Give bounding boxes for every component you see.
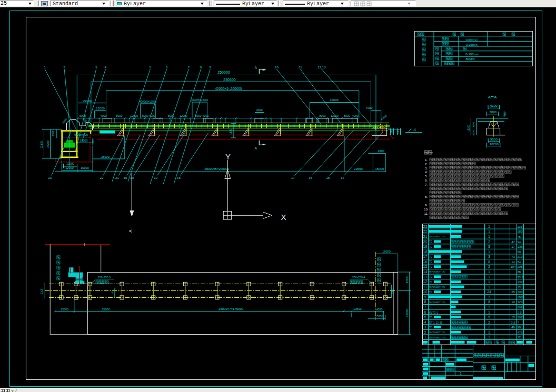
svg-text:TD: TD bbox=[429, 326, 433, 329]
svg-text:23: 23 bbox=[423, 224, 428, 229]
svg-text:25000: 25000 bbox=[101, 155, 110, 158]
svg-text:25000: 25000 bbox=[102, 308, 110, 311]
svg-text:9500: 9500 bbox=[490, 137, 498, 141]
svg-text:8: 8 bbox=[200, 65, 202, 69]
svg-text:7: 7 bbox=[424, 305, 426, 309]
svg-text:11: 11 bbox=[299, 65, 302, 69]
svg-text:1100: 1100 bbox=[41, 288, 43, 294]
svg-text:476: 476 bbox=[518, 331, 523, 334]
svg-text:X: X bbox=[281, 213, 286, 222]
svg-text:15000: 15000 bbox=[80, 139, 88, 142]
svg-text:10200: 10200 bbox=[66, 162, 74, 165]
svg-text:TD: TD bbox=[429, 260, 433, 263]
svg-text:208: 208 bbox=[518, 265, 523, 268]
svg-text:15000: 15000 bbox=[405, 276, 409, 284]
svg-text:22200: 22200 bbox=[47, 140, 49, 148]
svg-text:18: 18 bbox=[177, 176, 181, 179]
svg-text:669: 669 bbox=[518, 306, 523, 309]
svg-text:15: 15 bbox=[423, 264, 428, 269]
svg-text:9: 9 bbox=[424, 295, 426, 299]
svg-text:17: 17 bbox=[511, 245, 515, 248]
svg-text:A: A bbox=[255, 146, 257, 150]
svg-text:1800: 1800 bbox=[230, 129, 232, 135]
svg-text:1100: 1100 bbox=[111, 290, 114, 296]
svg-text:7: 7 bbox=[188, 65, 190, 69]
svg-text:1: 1 bbox=[488, 250, 490, 254]
svg-text:2: 2 bbox=[63, 65, 65, 69]
svg-text:3: 3 bbox=[95, 65, 97, 69]
svg-text:6: 6 bbox=[166, 65, 168, 69]
svg-text:15: 15 bbox=[326, 176, 330, 179]
svg-text:1: 1 bbox=[488, 335, 490, 339]
svg-text:8: 8 bbox=[488, 300, 490, 304]
svg-text:22: 22 bbox=[423, 229, 428, 234]
svg-text:98: 98 bbox=[518, 326, 521, 329]
svg-text:2.: 2. bbox=[425, 162, 428, 166]
svg-text:18000: 18000 bbox=[382, 250, 391, 253]
svg-text:33.2: 33.2 bbox=[518, 276, 524, 279]
svg-text:40000×5=200000: 40000×5=200000 bbox=[215, 87, 242, 91]
svg-text:104: 104 bbox=[510, 265, 516, 268]
svg-text:1: 1 bbox=[488, 280, 490, 284]
svg-text:20: 20 bbox=[423, 239, 428, 244]
svg-text:4000: 4000 bbox=[149, 114, 155, 117]
svg-text:TD: TD bbox=[429, 281, 433, 284]
svg-text:6: 6 bbox=[488, 260, 490, 264]
svg-text:4500±4500: 4500±4500 bbox=[74, 133, 88, 136]
svg-text:8: 8 bbox=[424, 299, 426, 304]
svg-text:15: 15 bbox=[124, 176, 127, 179]
svg-text:8000: 8000 bbox=[116, 114, 123, 117]
svg-text:136: 136 bbox=[518, 245, 523, 248]
svg-text:230500: 230500 bbox=[223, 78, 235, 82]
svg-text:12000: 12000 bbox=[65, 166, 74, 169]
svg-text:TD75T4B0TT1T0: TD75T4B0TT1T0 bbox=[429, 331, 446, 334]
svg-text:4: 4 bbox=[424, 320, 426, 325]
svg-text:180: 180 bbox=[518, 230, 523, 233]
svg-text:10500: 10500 bbox=[353, 307, 362, 310]
svg-text:16: 16 bbox=[423, 259, 428, 264]
svg-text:115: 115 bbox=[518, 225, 523, 228]
svg-text:1: 1 bbox=[488, 330, 490, 334]
svg-text:18: 18 bbox=[423, 249, 428, 254]
svg-text:KLT2-1: KLT2-1 bbox=[429, 311, 438, 314]
svg-text:2000: 2000 bbox=[256, 108, 263, 112]
svg-text:10200: 10200 bbox=[490, 142, 499, 146]
svg-text:120: 120 bbox=[518, 300, 523, 304]
svg-text:TD75T4B0TT1T0: TD75T4B0TT1T0 bbox=[429, 301, 446, 304]
svg-text:A: A bbox=[488, 95, 491, 99]
svg-text:23: 23 bbox=[48, 176, 52, 179]
svg-text:250x250 6: 250x250 6 bbox=[98, 276, 111, 279]
svg-text:25000×7=175000: 25000×7=175000 bbox=[219, 307, 244, 310]
svg-text:3: 3 bbox=[488, 255, 490, 258]
svg-text:/: / bbox=[15, 389, 17, 392]
svg-text:5.: 5. bbox=[425, 174, 428, 178]
svg-text:35000: 35000 bbox=[405, 309, 409, 317]
svg-text:TD: TD bbox=[429, 266, 433, 268]
svg-text:4000: 4000 bbox=[101, 114, 107, 117]
svg-text:1: 1 bbox=[488, 270, 490, 274]
svg-text:47: 47 bbox=[511, 240, 515, 244]
svg-text:15000: 15000 bbox=[61, 308, 68, 311]
svg-text:TD75T4B0TT1T0: TD75T4B0TT1T0 bbox=[429, 286, 446, 288]
svg-text:12000: 12000 bbox=[180, 114, 187, 117]
svg-text:300: 300 bbox=[92, 139, 94, 144]
svg-text:3700: 3700 bbox=[472, 122, 475, 127]
svg-text:1: 1 bbox=[460, 371, 462, 375]
svg-text:1: 1 bbox=[488, 275, 490, 279]
svg-text:1: 1 bbox=[488, 235, 490, 238]
svg-text:4500: 4500 bbox=[378, 149, 384, 153]
svg-text:TD: TD bbox=[429, 291, 433, 294]
svg-text:5: 5 bbox=[150, 65, 152, 69]
svg-text:10: 10 bbox=[511, 300, 515, 304]
svg-text:13: 13 bbox=[518, 286, 521, 289]
svg-text:94: 94 bbox=[518, 240, 521, 244]
svg-text:8000: 8000 bbox=[142, 114, 148, 117]
svg-text:1: 1 bbox=[44, 65, 46, 69]
svg-text:73: 73 bbox=[511, 255, 515, 258]
svg-text:1: 1 bbox=[488, 310, 490, 314]
svg-text:25000±5=200000: 25000±5=200000 bbox=[205, 167, 230, 170]
svg-text:10: 10 bbox=[275, 65, 279, 69]
svg-text:10: 10 bbox=[423, 289, 428, 294]
svg-text:0-100mm: 0-100mm bbox=[465, 52, 479, 56]
svg-text:3: 3 bbox=[424, 325, 426, 329]
